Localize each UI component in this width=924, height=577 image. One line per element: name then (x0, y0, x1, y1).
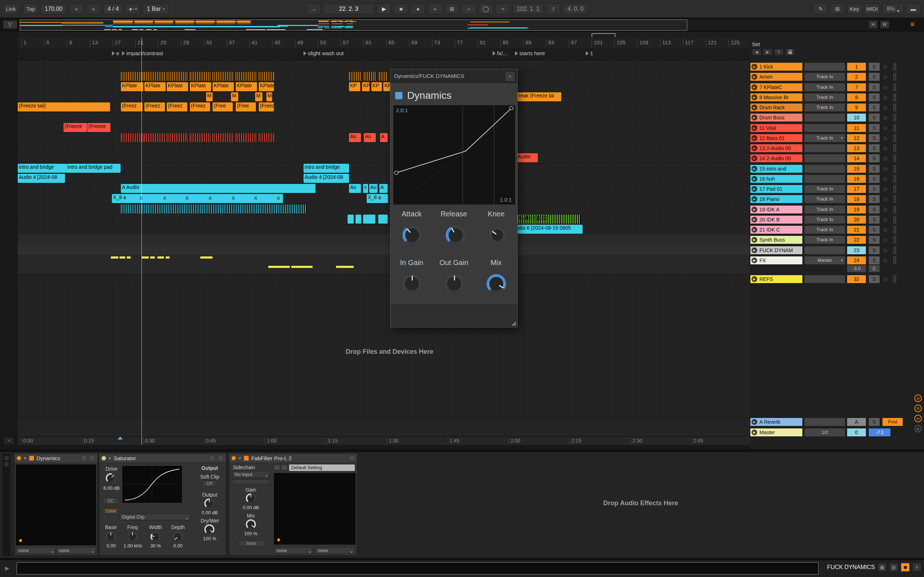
bar-number[interactable]: 21 (135, 39, 144, 47)
clip[interactable]: A Audio (121, 184, 315, 193)
clip[interactable] (236, 72, 257, 81)
follow-scroll-icon[interactable]: ≈ (3, 437, 15, 445)
bar-number[interactable]: 61 (363, 39, 372, 47)
clip[interactable]: KP (349, 82, 360, 91)
bar-number[interactable]: 69 (409, 39, 417, 47)
bar-number[interactable]: 77 (455, 39, 463, 47)
bar-number[interactable]: 37 (227, 39, 235, 47)
fold-icon[interactable]: ▼ (23, 456, 27, 460)
bar-number[interactable]: 49 (295, 39, 303, 47)
track-fold-arrow-icon[interactable]: ▶ (751, 206, 757, 213)
solo-button[interactable]: S (869, 114, 880, 121)
clip[interactable] (347, 214, 354, 224)
menu-icon[interactable]: ≡ (913, 563, 921, 572)
bar-number[interactable]: 53 (318, 39, 326, 47)
track-input-channel[interactable]: 16 (847, 175, 866, 183)
locator-slight-wash-out[interactable]: slight wash out (304, 50, 344, 56)
record-button[interactable]: ● (411, 3, 425, 14)
base-knob[interactable] (106, 532, 116, 542)
width-value[interactable]: 30 % (145, 543, 166, 548)
track-name[interactable]: Drum Rack▶ (750, 103, 802, 111)
track-fold-arrow-icon[interactable]: ▶ (751, 196, 757, 202)
arrangement-view[interactable]: 1591317212529333741454953576165697377818… (18, 32, 750, 445)
device-dynamics[interactable]: ▼ Dynamics none▼ none▼ (14, 453, 98, 556)
solo-button[interactable]: S (869, 185, 880, 193)
device-on-led[interactable] (231, 456, 236, 461)
ratio-above-value[interactable]: 2.0:1 (396, 107, 408, 113)
lane-14-2-audio-00[interactable] (18, 153, 750, 163)
arm-button[interactable] (882, 146, 888, 152)
device-active-icon[interactable] (901, 563, 909, 572)
rail-icon[interactable] (4, 456, 9, 461)
locator-fx-[interactable]: fx/... (493, 50, 507, 56)
track-input-channel[interactable]: 20 (847, 216, 866, 224)
track-input-channel[interactable]: 18 (847, 195, 866, 203)
solo-button[interactable]: S (869, 165, 880, 173)
clip[interactable]: (Free (213, 102, 233, 111)
lane-11-vital[interactable] (18, 122, 750, 133)
quantization-menu[interactable]: 1 Bar▾ (142, 3, 169, 14)
clip[interactable]: KPlate (190, 82, 211, 91)
track-input-channel[interactable]: 1 (847, 63, 866, 71)
arm-button[interactable] (882, 227, 888, 233)
track-input-channel[interactable]: 2 (847, 73, 866, 81)
track-input-channel[interactable]: 32 (847, 275, 866, 283)
track-name[interactable]: FUCK DYNAM▶ (750, 246, 802, 254)
arm-button[interactable] (882, 207, 888, 213)
bar-number[interactable]: 117 (683, 39, 694, 47)
bar-number[interactable]: 9 (67, 39, 72, 47)
solo-button[interactable]: S (869, 63, 880, 71)
width-knob[interactable] (150, 532, 161, 542)
solo-button[interactable]: S (869, 93, 880, 102)
track-name[interactable]: 11 Vital▶ (750, 124, 802, 132)
tempo-field[interactable]: 170.00 (40, 3, 67, 14)
attack-knob[interactable] (402, 226, 422, 245)
keyboard-icon[interactable]: ▦ (878, 563, 887, 572)
back-to-arrangement-icon[interactable]: ▽ (3, 20, 17, 29)
bar-number[interactable]: 5 (44, 39, 49, 47)
h-badge-icon[interactable]: H (914, 415, 922, 422)
track-row-11-vital[interactable]: 11 Vital▶11S (750, 124, 923, 132)
clip[interactable] (213, 72, 234, 81)
track-input-channel[interactable]: 13 (847, 144, 866, 152)
routing-b-dropdown[interactable]: none▼ (315, 547, 355, 554)
track-name[interactable]: 15 intro and▶ (750, 165, 802, 173)
clip[interactable] (363, 214, 375, 224)
track-name[interactable]: Amen▶ (750, 73, 802, 81)
lane-1-kick[interactable] (18, 61, 750, 72)
device-fabfilter-pro-l2[interactable]: ▼ FabFilter Pro-L 2 Sidechain No Input▼ … (229, 453, 357, 556)
clip[interactable] (190, 133, 211, 142)
save-preset-icon[interactable] (89, 456, 95, 461)
draw-mode-icon[interactable]: / (546, 3, 561, 14)
metronome-button[interactable]: ●◦▾ (126, 3, 140, 14)
track-input-channel[interactable]: 24 (847, 256, 866, 264)
clip-mode-dropdown[interactable]: Digital Clip▼ (120, 514, 190, 521)
track-io-dropdown[interactable]: Track In▼ (804, 134, 845, 142)
nudge-down-button[interactable]: « (69, 3, 84, 14)
save-preset-icon[interactable] (274, 465, 280, 470)
clip[interactable] (236, 133, 257, 142)
plugin-window-titlebar[interactable]: Dynamics/FUCK DYNAMICS × (391, 69, 517, 83)
dry-wet-value[interactable]: 100 % (195, 536, 225, 541)
clip[interactable]: (Freeze (63, 123, 87, 132)
solo-button[interactable]: S (869, 418, 880, 426)
lane-13-2-audio-00[interactable] (18, 143, 750, 153)
arrangement-overview[interactable] (18, 19, 879, 31)
track-row-drum-buss[interactable]: Drum Buss▶10S (750, 114, 923, 121)
track-name[interactable]: 21 IDK C▶ (750, 226, 802, 234)
preset-file-icon[interactable] (281, 465, 287, 470)
track-row-drum-rack[interactable]: Drum Rack▶Track In9S (750, 103, 923, 111)
lane-8-massive-br[interactable] (18, 92, 750, 102)
bar-number[interactable]: 105 (614, 39, 625, 47)
resize-handle[interactable]: ◢ (512, 319, 516, 326)
lane-16-huh[interactable] (18, 174, 750, 184)
clip[interactable]: M (231, 92, 238, 102)
track-io-dropdown[interactable] (804, 144, 845, 152)
arm-button[interactable] (882, 85, 888, 90)
track-io-dropdown[interactable]: Track In (804, 73, 845, 81)
master-lane[interactable] (18, 428, 750, 436)
arm-button[interactable] (882, 95, 888, 101)
solo-button[interactable]: S (869, 124, 880, 132)
clip[interactable]: (Free (236, 102, 256, 111)
clip[interactable]: KPlate (213, 82, 234, 91)
